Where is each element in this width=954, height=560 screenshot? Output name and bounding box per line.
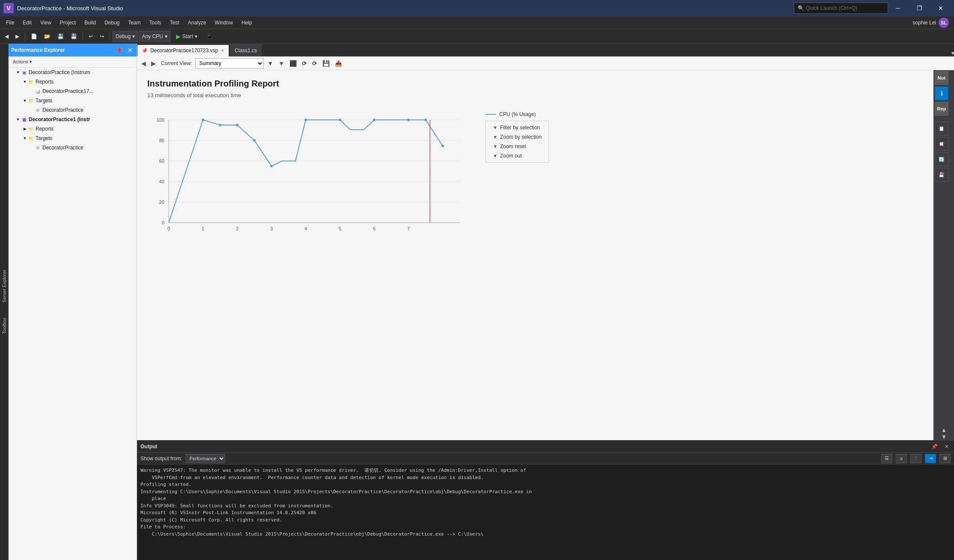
output-pin-btn[interactable]: 📌 (930, 443, 939, 450)
toolbar-back-btn[interactable]: ◀ (2, 31, 12, 42)
menu-project[interactable]: Project (56, 18, 80, 27)
filter-btn-2[interactable]: ▼ (277, 59, 286, 68)
toolbar-sep2 (83, 32, 83, 41)
filter-btn-3[interactable]: ⬛ (288, 59, 298, 68)
filter-btn-1[interactable]: ▼ (265, 59, 275, 68)
toolbar-redo-btn[interactable]: ↪ (97, 31, 107, 42)
tree-node-targets-1[interactable]: ▼ 📁 Targets (9, 96, 137, 105)
output-tool-3[interactable]: ⋮ (910, 454, 921, 463)
tab-vsp[interactable]: 📌 DecoratorPractice170723.vsp ✕ (137, 45, 229, 57)
zoom-by-selection-item[interactable]: ▼ Zoom by selection (486, 132, 549, 142)
menu-test[interactable]: Test (166, 18, 184, 27)
output-tool-4[interactable]: ⇥ (925, 454, 936, 463)
report-back-btn[interactable]: ◀ (140, 59, 148, 68)
tab-cs[interactable]: Class1.cs (230, 44, 262, 56)
filter-btn-4[interactable]: ⟳ (300, 59, 309, 68)
expand-arrow-2[interactable]: ▼ (15, 117, 21, 122)
menu-file[interactable]: File (2, 18, 18, 27)
expand-arrow-t1[interactable]: ▼ (22, 98, 27, 103)
current-view-select[interactable]: Summary Call Tree Functions Caller/Calle… (195, 58, 264, 69)
filter-by-selection-item[interactable]: ▼ Filter by selection (486, 123, 549, 132)
output-tool-5[interactable]: ⊞ (939, 454, 951, 463)
tree-node-reports-1[interactable]: ▼ 📁 Reports (9, 77, 137, 86)
svg-point-25 (304, 119, 307, 121)
tab-vsp-close[interactable]: ✕ (221, 48, 224, 54)
zoom-out-item[interactable]: ▼ Zoom out (486, 151, 549, 161)
tree-node-1[interactable]: ▼ ▣ DecoratorPractice (Instrum (9, 68, 137, 77)
actions-dropdown-btn[interactable]: Actions ▾ (10, 58, 35, 66)
output-tool-2[interactable]: ≡ (896, 454, 907, 463)
toolbar-open-btn[interactable]: 📂 (41, 31, 54, 42)
filter-btn-5[interactable]: ⟳ (310, 59, 319, 68)
zoom-reset-item[interactable]: ▼ Zoom reset (486, 142, 549, 151)
scroll-down-btn[interactable]: ▼ (941, 433, 947, 440)
tree-node-report-file-1[interactable]: ▼ 📊 DecoratorPractice17... (9, 86, 137, 96)
menu-debug[interactable]: Debug (100, 18, 124, 27)
tree-node-exe-2[interactable]: ▼ ⚙ DecoratorPractice (9, 143, 137, 152)
toolbar-new-btn[interactable]: 📄 (28, 31, 40, 42)
save-report-btn[interactable]: 💾 (321, 59, 331, 68)
perf-icon-1: ▣ (21, 69, 27, 76)
doc-content: ◀ ▶ Current View: Summary Call Tree Func… (137, 57, 954, 440)
pin-icon-vsp: 📌 (142, 48, 148, 54)
toolbar-save-all-btn[interactable]: 💾 (68, 31, 80, 42)
expand-arrow-1[interactable]: ▼ (15, 70, 21, 75)
panel-header: Performance Explorer 📌 ✕ (9, 44, 137, 57)
side-icon-btn-4[interactable]: 💾 (935, 168, 948, 182)
expand-arrow-r1[interactable]: ▼ (22, 79, 27, 84)
rep-panel-btn[interactable]: Rep (935, 102, 948, 116)
output-line-10: C:\Users\Sophie\Documents\Visual Studio … (140, 531, 951, 538)
svg-point-27 (373, 119, 376, 121)
expand-arrow-r2[interactable]: ▶ (22, 126, 27, 131)
quick-launch-bar[interactable]: 🔍 (794, 3, 888, 14)
expand-arrow-t2[interactable]: ▼ (22, 136, 27, 141)
output-close-btn[interactable]: ✕ (943, 443, 951, 450)
menu-build[interactable]: Build (80, 18, 100, 27)
menu-help[interactable]: Help (237, 18, 256, 27)
toolbar-device-btn[interactable]: 📱 (203, 31, 215, 42)
zoom-out-label: Zoom out (500, 153, 522, 159)
side-icon-btn-2[interactable]: 🔲 (935, 137, 948, 151)
output-source-select[interactable]: Performance Build Debug (185, 454, 225, 463)
tree-node-targets-2[interactable]: ▼ 📁 Targets (9, 134, 137, 143)
debug-mode-dropdown[interactable]: Debug ▾ (113, 31, 138, 42)
menu-analyze[interactable]: Analyze (184, 18, 211, 27)
legend-line-cpu (486, 114, 496, 115)
close-button[interactable]: ✕ (931, 2, 951, 15)
scroll-up-btn[interactable]: ▲ (941, 426, 947, 433)
server-explorer-label[interactable]: Server Explorer (1, 266, 8, 306)
tree-node-2[interactable]: ▼ ▣ DecoratorPractice1 (Instr (9, 115, 137, 124)
panel-close-btn[interactable]: ✕ (126, 47, 134, 54)
svg-point-21 (219, 124, 221, 126)
side-icon-btn-3[interactable]: 🔄 (935, 152, 948, 166)
menu-window[interactable]: Window (210, 18, 237, 27)
tree-content: ▼ ▣ DecoratorPractice (Instrum ▼ 📁 Repor… (9, 68, 137, 560)
report-forward-btn[interactable]: ▶ (149, 59, 158, 68)
menu-view[interactable]: View (36, 18, 56, 27)
toolbar-undo-btn[interactable]: ↩ (86, 31, 96, 42)
not-panel-btn[interactable]: Not (935, 71, 948, 85)
output-line-4: Instrumenting C:\Users\Sophie\Documents\… (140, 489, 951, 496)
info-panel-btn[interactable]: ℹ (935, 86, 948, 100)
side-icon-btn-1[interactable]: 📋 (935, 122, 948, 135)
minimize-button[interactable]: ─ (888, 2, 908, 15)
cpu-mode-dropdown[interactable]: Any CPU ▾ (139, 31, 170, 42)
toolbar-save-btn[interactable]: 💾 (54, 31, 67, 42)
panel-pin-btn[interactable]: 📌 (114, 47, 124, 54)
tab-overflow[interactable]: ▾ (951, 50, 954, 56)
tree-node-reports-2[interactable]: ▶ 📁 Reports (9, 124, 137, 134)
toolbar-forward-btn[interactable]: ▶ (12, 31, 22, 42)
start-button[interactable]: ▶ Start ▾ (171, 31, 202, 42)
toolbox-label[interactable]: Toolbox (1, 314, 8, 337)
tree-node-exe-1[interactable]: ▼ ⚙ DecoratorPractice (9, 105, 137, 115)
quick-launch-input[interactable] (806, 5, 884, 11)
menu-tools[interactable]: Tools (145, 18, 166, 27)
menu-edit[interactable]: Edit (18, 18, 36, 27)
menu-team[interactable]: Team (124, 18, 145, 27)
export-btn[interactable]: 📤 (333, 59, 344, 68)
restore-button[interactable]: ❐ (909, 2, 929, 15)
report-subtitle: 13 milliseconds of total execution time (147, 92, 923, 98)
tab-cs-label: Class1.cs (235, 48, 257, 54)
output-tool-1[interactable]: ☰ (881, 454, 892, 463)
performance-chart: 100 80 60 40 20 0 0 1 2 3 (147, 107, 473, 244)
